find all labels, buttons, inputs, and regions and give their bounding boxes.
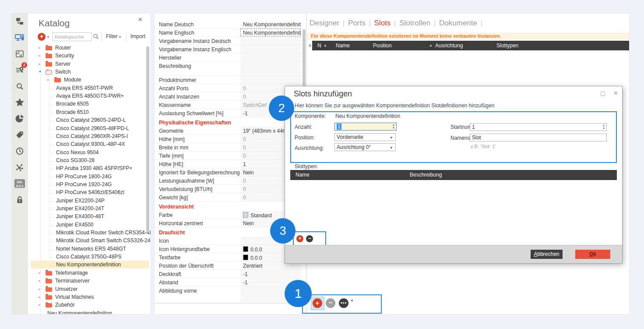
tree-item[interactable]: Cisco Catalyst 2960S-24PD-L	[28, 116, 151, 124]
tree-item[interactable]: Juniper EX2200-24P	[28, 197, 151, 205]
more-options-button[interactable]: •••	[339, 298, 348, 308]
property-value[interactable]	[240, 45, 301, 53]
topology-icon[interactable]	[12, 13, 28, 29]
property-row: Verlustleistung [BTU/h]0	[155, 185, 306, 193]
tree-item[interactable]: Mikrotik Cloud Router Switch CRS354-48P-…	[28, 229, 151, 237]
property-value[interactable]: Neu Komponentendefinition	[240, 28, 301, 36]
column-slottypen[interactable]: Slottypen	[496, 42, 518, 49]
close-icon[interactable]: ✕	[613, 90, 618, 96]
lock-icon[interactable]	[12, 191, 28, 208]
tree-folder[interactable]: Switch	[28, 68, 151, 76]
sort-asc-icon[interactable]: ▲	[324, 43, 327, 47]
tree-item[interactable]: Cisco Catalyst 2960S-48FPD-L	[28, 124, 151, 132]
property-value[interactable]	[240, 76, 301, 84]
add-slot-button[interactable]: +	[313, 298, 322, 308]
tab-slots[interactable]: Slots	[374, 19, 391, 27]
tree-item[interactable]: Avaya ERS 4550T-PWR	[28, 84, 151, 92]
column-name[interactable]: Name	[296, 172, 310, 178]
tree-folder[interactable]: Server	[28, 60, 151, 68]
startnummer-input[interactable]: 1 ▲▼	[470, 123, 607, 131]
tree-folder[interactable]: Virtual Machines	[28, 293, 151, 301]
pie-chart-icon[interactable]	[12, 110, 28, 127]
add-slottype-button[interactable]: +	[296, 235, 303, 242]
tree-item[interactable]: HP ProCurve 1920-24G	[28, 180, 151, 188]
history-icon[interactable]	[12, 143, 28, 159]
tree-item-label: Virtual Machines	[55, 294, 94, 300]
remove-slot-button[interactable]: −	[326, 298, 335, 308]
ausrichtung-dropdown[interactable]: Ausrichtung 0° ▼	[334, 143, 396, 151]
network-icon[interactable]	[12, 159, 28, 175]
tree-item[interactable]: Neu Komponentendefinition	[28, 309, 151, 315]
tree-folder[interactable]: Terminalserver	[28, 277, 151, 285]
ok-button[interactable]: Ok	[575, 250, 610, 259]
position-dropdown[interactable]: Vorderseite ▼	[334, 133, 396, 141]
tree-item[interactable]: Neu Komponentendefinition	[31, 261, 149, 269]
tree-item[interactable]: Cisco Catalyst 2960XR-24PS-I	[28, 132, 151, 140]
column-position[interactable]: Position	[373, 42, 392, 49]
tree-item[interactable]: Brocade 6510	[28, 108, 151, 116]
maximize-icon[interactable]: ▢	[600, 90, 605, 96]
expand-arrow-icon[interactable]	[39, 278, 43, 283]
spinner-icon[interactable]: ▲▼	[602, 124, 605, 130]
slottypen-label: Slottypen:	[295, 163, 318, 170]
tree-item[interactable]: Juniper EX4300-48T	[28, 212, 151, 220]
property-value[interactable]: Neu Komponentendefinition	[240, 20, 301, 28]
tree-item[interactable]: Juniper EX4500	[28, 221, 151, 229]
tree-item[interactable]: Cisco SG300-28	[28, 156, 151, 164]
tree-item[interactable]: HP ProCurve 1800-24G	[28, 173, 151, 180]
column-beschreibung[interactable]: Beschreibung	[410, 172, 442, 178]
anzahl-input[interactable]: 1 ▲▼	[334, 123, 397, 131]
column-name[interactable]: Name	[336, 42, 350, 49]
tab-dokumente[interactable]: Dokumente	[439, 19, 477, 27]
floorplan-icon[interactable]	[12, 46, 28, 62]
tree-folder[interactable]: Router	[28, 44, 151, 52]
expand-arrow-icon[interactable]	[47, 77, 52, 82]
property-value[interactable]	[240, 62, 301, 75]
expand-arrow-icon[interactable]	[39, 294, 43, 300]
tree-item[interactable]: Cisco Catalyst 3750G-48PS	[28, 253, 151, 261]
tree-item[interactable]: Avaya ERS 4850GTS-PWR+	[28, 92, 151, 100]
expand-arrow-icon[interactable]	[39, 287, 43, 292]
tree-item[interactable]: Juniper EX4200-24T	[28, 205, 151, 212]
tree-item[interactable]: Nortel Networks ERS 4548GT	[28, 245, 151, 253]
expand-arrow-icon[interactable]	[39, 45, 43, 50]
remove-slottype-button[interactable]: −	[306, 235, 313, 242]
namensprefix-input[interactable]: Slot	[470, 134, 607, 142]
sort-asc-icon[interactable]: ▲	[429, 43, 433, 47]
tree-item[interactable]: HP Aruba 1930 48G 4SFP/SFP+	[28, 164, 151, 172]
tree-folder[interactable]: Telefonanlage	[28, 269, 151, 277]
property-value[interactable]	[240, 37, 301, 45]
tasks-icon[interactable]: 2	[12, 62, 28, 78]
tab-ports[interactable]: Ports	[348, 19, 366, 27]
cancel-button[interactable]: Abbrechen	[531, 250, 563, 259]
expand-arrow-icon[interactable]	[39, 270, 43, 276]
tab-designer[interactable]: Designer	[310, 19, 339, 27]
tree-item[interactable]: Brocade 6505	[28, 100, 151, 108]
spinner-icon[interactable]: ▲▼	[392, 124, 395, 130]
devices-icon[interactable]	[12, 29, 28, 46]
expand-arrow-icon[interactable]	[39, 53, 43, 58]
expand-arrow-icon[interactable]	[39, 302, 43, 308]
tree-folder[interactable]: Umsetzer	[28, 285, 151, 293]
tree-folder[interactable]: Module	[28, 76, 151, 84]
tree-folder[interactable]: Zubehör	[28, 301, 151, 309]
search-icon[interactable]	[12, 78, 28, 94]
tree-folder[interactable]: Security	[28, 52, 151, 60]
tree-item[interactable]: Cisco Nexus 9504	[28, 149, 151, 156]
tab-slotrollen[interactable]: Slotrollen	[399, 19, 430, 27]
property-value[interactable]	[240, 53, 301, 61]
tree-item[interactable]: HP ProCurve 5406zl/E5406zl	[28, 188, 151, 196]
more-options-caret-icon[interactable]: ▼	[350, 299, 354, 303]
property-value[interactable]: -1	[240, 270, 301, 278]
tree-item[interactable]: Mikrotik Cloud Smart Switch CSS326-24G-2	[28, 237, 151, 244]
tree-scrollbar[interactable]	[146, 46, 149, 232]
favorites-icon[interactable]	[12, 94, 28, 110]
properties-scrollbar[interactable]	[303, 29, 306, 86]
ip-address-icon[interactable]: 192.0.0.1	[12, 175, 28, 191]
expand-arrow-icon[interactable]	[39, 61, 43, 67]
collapse-arrow-icon[interactable]	[39, 69, 43, 74]
column-n[interactable]: N	[317, 42, 321, 49]
column-ausrichtung[interactable]: Ausrichtung	[435, 42, 463, 49]
tag-icon[interactable]	[12, 127, 28, 143]
tree-item[interactable]: Cisco Catalyst 9300L-48P-4X	[28, 140, 151, 148]
